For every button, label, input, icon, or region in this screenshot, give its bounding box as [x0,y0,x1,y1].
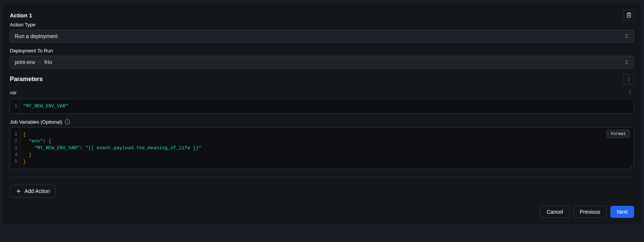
svg-point-5 [630,94,630,95]
trash-icon [626,12,632,18]
previous-button[interactable]: Previous [573,206,607,218]
parameter-value-editor[interactable]: 1"MY_NEW_ENV_VAR" [10,99,634,114]
action-header: Action 1 [10,10,634,20]
deployment-select[interactable]: print-env frío [10,56,634,69]
parameters-title: Parameters [10,76,43,83]
svg-point-0 [629,77,629,78]
plus-icon [15,188,22,194]
deployment-breadcrumb: print-env frío [15,59,52,65]
next-button[interactable]: Next [610,206,634,218]
format-button[interactable]: Format [607,130,630,138]
parameters-menu-button[interactable] [624,74,634,84]
svg-point-4 [630,92,630,93]
deployment-label: Deployment To Run [10,48,634,54]
info-icon [65,119,70,125]
delete-action-button[interactable] [624,10,634,20]
parameter-label-row: var [10,88,634,96]
svg-point-1 [629,79,629,80]
dots-vertical-icon [627,89,633,95]
cancel-button[interactable]: Cancel [540,206,570,218]
parameter-item: var 1"MY_NEW_ENV_VAR" [10,88,634,114]
job-variables-label: Job Variables (Optional) [10,119,62,125]
code-content[interactable]: { "env": { "MY_NEW_ENV_VAR": "{{ event.p… [20,127,634,169]
svg-point-3 [630,90,630,91]
line-numbers: 12345 [10,127,20,169]
code-content[interactable]: "MY_NEW_ENV_VAR" [20,99,634,113]
action-title: Action 1 [10,12,32,18]
job-variables-label-row: Job Variables (Optional) [10,119,634,125]
add-action-label: Add Action [25,188,50,194]
action-panel: Action 1 Action Type Run a deployment De… [3,3,641,225]
parameters-header: Parameters [10,74,634,84]
dots-vertical-icon [626,76,632,82]
chevron-right-icon [37,60,42,64]
svg-point-2 [629,81,629,81]
action-type-value: Run a deployment [15,33,58,39]
deployment-path-b: frío [44,59,52,65]
chevron-up-down-icon [624,60,629,65]
deployment-path-a: print-env [15,59,35,65]
line-numbers: 1 [10,99,20,113]
footer-buttons: Cancel Previous Next [10,206,634,218]
add-action-button[interactable]: Add Action [10,185,56,198]
chevron-up-down-icon [624,34,629,39]
divider [10,177,634,177]
action-type-label: Action Type [10,22,634,28]
job-variables-editor[interactable]: 12345{ "env": { "MY_NEW_ENV_VAR": "{{ ev… [10,127,634,169]
parameter-menu-button[interactable] [626,88,634,96]
resize-handle-icon[interactable] [629,164,633,168]
parameter-name: var [10,90,17,95]
action-type-select[interactable]: Run a deployment [10,30,634,43]
